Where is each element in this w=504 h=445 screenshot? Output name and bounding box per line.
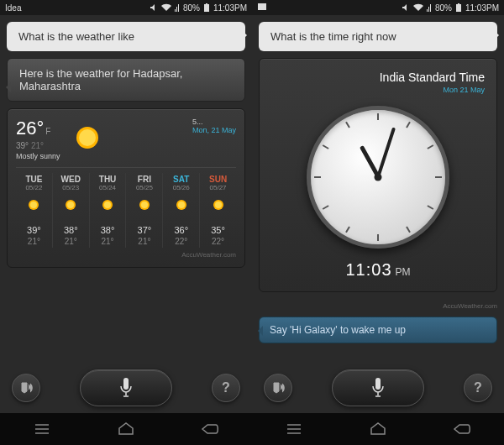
signal-icon bbox=[175, 3, 180, 12]
phone-right: 80% 11:03PM What is the time right now I… bbox=[252, 0, 504, 445]
status-bar: Idea 80% 11:03PM bbox=[0, 0, 252, 15]
action-bar: ? bbox=[252, 363, 504, 413]
status-bar: 80% 11:03PM bbox=[252, 0, 504, 15]
volume-icon bbox=[402, 3, 410, 12]
sun-icon bbox=[173, 196, 190, 213]
help-button[interactable]: ? bbox=[464, 374, 492, 402]
nav-home-button[interactable] bbox=[113, 420, 139, 438]
svg-point-11 bbox=[141, 202, 148, 208]
action-bar: ? bbox=[0, 363, 252, 413]
temp-low: 21° bbox=[31, 141, 44, 150]
forecast-day[interactable]: TUE 05/22 39° 21° bbox=[16, 173, 53, 248]
mic-button[interactable] bbox=[332, 369, 424, 406]
fday-date: 05/27 bbox=[200, 184, 236, 191]
svg-rect-17 bbox=[258, 3, 266, 10]
digital-time: 11:03 bbox=[345, 260, 391, 279]
fday-name: SAT bbox=[163, 175, 199, 184]
fday-high: 35° bbox=[200, 225, 236, 235]
fday-high: 38° bbox=[90, 225, 126, 235]
fday-low: 21° bbox=[53, 237, 89, 246]
fday-high: 36° bbox=[163, 225, 199, 235]
fday-high: 37° bbox=[126, 225, 162, 235]
conversation-area: What is the time right now India Standar… bbox=[252, 15, 504, 363]
temp-high: 39° bbox=[16, 141, 29, 150]
fday-date: 05/25 bbox=[126, 184, 162, 191]
forecast-day[interactable]: SAT 05/26 36° 22° bbox=[163, 173, 200, 248]
fday-date: 05/26 bbox=[163, 184, 199, 191]
weather-card[interactable]: 26°F 39° 21° Mostly sunny 5... Mon, 21 M… bbox=[7, 108, 245, 268]
user-bubble: What is the weather like bbox=[7, 22, 245, 51]
nav-menu-button[interactable] bbox=[29, 420, 55, 438]
battery-icon bbox=[455, 3, 462, 12]
status-time: 11:03PM bbox=[213, 3, 247, 13]
minute-hand bbox=[376, 127, 396, 177]
attribution-label: AccuWeather.com bbox=[16, 251, 236, 259]
nav-bar bbox=[0, 413, 252, 445]
location-label: 5... bbox=[192, 118, 236, 126]
forecast-day[interactable]: WED 05/23 38° 21° bbox=[53, 173, 90, 248]
svg-rect-20 bbox=[375, 378, 381, 390]
nav-back-button[interactable] bbox=[197, 420, 223, 438]
fday-low: 22° bbox=[163, 237, 199, 246]
voice-notes-button[interactable] bbox=[12, 374, 40, 402]
status-icons: 80% 11:03PM bbox=[402, 3, 499, 13]
fday-name: THU bbox=[90, 175, 126, 184]
timezone-label: India Standard Time bbox=[271, 71, 485, 84]
fday-name: FRI bbox=[126, 175, 162, 184]
fday-date: 05/24 bbox=[90, 184, 126, 191]
svg-point-13 bbox=[178, 202, 185, 208]
sun-icon bbox=[25, 196, 42, 213]
sun-icon bbox=[210, 196, 227, 213]
wifi-icon bbox=[413, 3, 423, 12]
fday-name: TUE bbox=[16, 175, 52, 184]
nav-bar bbox=[252, 413, 504, 445]
status-icons: 80% 11:03PM bbox=[150, 3, 247, 13]
volume-icon bbox=[150, 3, 158, 12]
sun-icon bbox=[99, 196, 116, 213]
conversation-area: What is the weather like Here is the wea… bbox=[0, 15, 252, 363]
svg-point-15 bbox=[215, 202, 222, 208]
mic-button[interactable] bbox=[80, 369, 172, 406]
fday-name: WED bbox=[53, 175, 89, 184]
forecast-day[interactable]: SUN 05/27 35° 22° bbox=[200, 173, 236, 248]
forecast-day[interactable]: FRI 05/25 37° 21° bbox=[126, 173, 163, 248]
voice-notes-button[interactable] bbox=[264, 374, 292, 402]
attribution-label: AccuWeather.com bbox=[259, 302, 497, 310]
fday-date: 05/23 bbox=[53, 184, 89, 191]
tz-date-label: Mon 21 May bbox=[271, 86, 485, 94]
sun-icon bbox=[136, 196, 153, 213]
signal-icon bbox=[427, 3, 432, 12]
assistant-bubble: Here is the weather for Hadapsar, Mahara… bbox=[7, 58, 245, 102]
hint-bubble: Say 'Hi Galaxy' to wake me up bbox=[259, 317, 497, 343]
svg-point-5 bbox=[30, 202, 37, 208]
fday-date: 05/22 bbox=[16, 184, 52, 191]
svg-rect-18 bbox=[456, 4, 461, 12]
condition-label: Mostly sunny bbox=[16, 152, 60, 160]
status-time: 11:03PM bbox=[465, 3, 499, 13]
help-button[interactable]: ? bbox=[212, 374, 240, 402]
svg-rect-19 bbox=[458, 3, 459, 4]
digital-ampm: PM bbox=[396, 266, 411, 278]
sun-icon bbox=[67, 118, 108, 158]
forecast-day[interactable]: THU 05/24 38° 21° bbox=[90, 173, 127, 248]
fday-low: 21° bbox=[16, 237, 52, 246]
nav-back-button[interactable] bbox=[449, 420, 475, 438]
nav-home-button[interactable] bbox=[365, 420, 391, 438]
svg-point-7 bbox=[67, 202, 74, 208]
svg-rect-0 bbox=[204, 4, 209, 12]
wifi-icon bbox=[161, 3, 171, 12]
battery-pct: 80% bbox=[435, 3, 452, 13]
temp-unit: F bbox=[45, 127, 50, 136]
carrier-label: Idea bbox=[5, 3, 21, 13]
svg-rect-16 bbox=[123, 378, 129, 390]
analog-clock bbox=[307, 106, 449, 249]
battery-pct: 80% bbox=[183, 3, 200, 13]
nav-menu-button[interactable] bbox=[281, 420, 307, 438]
time-card[interactable]: India Standard Time Mon 21 May 11:03PM bbox=[259, 58, 497, 292]
question-icon: ? bbox=[474, 380, 482, 395]
forecast-row: TUE 05/22 39° 21°WED 05/23 38° 21°THU 05… bbox=[16, 173, 236, 248]
svg-point-9 bbox=[104, 202, 111, 208]
svg-point-3 bbox=[79, 129, 96, 146]
fday-low: 21° bbox=[90, 237, 126, 246]
svg-rect-1 bbox=[206, 3, 207, 4]
